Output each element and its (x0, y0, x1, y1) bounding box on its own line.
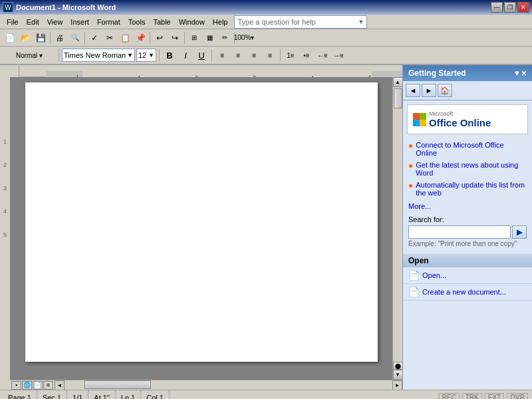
main-area: 1 2 3 4 5 1 2 3 4 (0, 65, 532, 390)
align-right-button[interactable]: ≡ (247, 48, 261, 63)
gs-home-button[interactable]: 🏠 (438, 84, 452, 97)
font-name-dropdown[interactable]: Times New Roman ▼ (62, 49, 135, 62)
menu-help[interactable]: Help (209, 17, 232, 27)
create-doc-icon: 📄 (408, 287, 420, 297)
web-view-button[interactable]: 🌐 (22, 381, 32, 390)
hscroll-left-button[interactable]: ◄ (55, 380, 65, 390)
gs-open-label: Open (408, 256, 429, 265)
gs-more-link[interactable]: More... (403, 200, 532, 213)
paste-button[interactable]: 📌 (133, 31, 148, 45)
bullet-1: ● (408, 141, 413, 150)
align-left-button[interactable]: ≡ (215, 48, 229, 63)
title-bar-controls[interactable]: — ❐ ✕ (491, 2, 529, 13)
bullet-2: ● (408, 161, 413, 170)
separator2 (84, 32, 85, 44)
bold-button[interactable]: B (162, 48, 177, 63)
gs-forward-button[interactable]: ► (422, 84, 436, 97)
document-scroll-area[interactable]: ▲ ⬤ ▼ (10, 77, 402, 380)
spell-button[interactable]: ✓ (87, 31, 102, 45)
open-button[interactable]: 📂 (18, 31, 33, 45)
menu-tools[interactable]: Tools (124, 17, 150, 27)
horizontal-scrollbar[interactable]: ▪ 🌐 📄 ≡ ◄ ► (10, 380, 402, 390)
gs-nav: ◄ ► 🏠 (403, 81, 532, 100)
document-page[interactable] (25, 82, 378, 362)
menu-insert[interactable]: Insert (66, 17, 93, 27)
scroll-thumb[interactable] (394, 88, 402, 108)
scroll-down-button[interactable]: ▼ (393, 370, 403, 380)
bullet-3: ● (408, 181, 413, 190)
scroll-up-button[interactable]: ▲ (393, 77, 403, 87)
gs-link-3-text: Automatically update this list from the … (416, 181, 527, 197)
vertical-scrollbar[interactable]: ▲ ⬤ ▼ (392, 77, 402, 380)
status-page: Page 1 (3, 390, 37, 399)
separator4 (184, 32, 185, 44)
getting-started-panel: Getting Started ▾ × ◄ ► 🏠 Microsoft (402, 65, 532, 390)
word-icon: W (3, 2, 13, 13)
style-dropdown[interactable]: Normal ▾ (3, 48, 56, 63)
office-online-label: Office Online (429, 117, 491, 128)
svg-rect-12 (420, 120, 426, 126)
cut-button[interactable]: ✂ (102, 31, 117, 45)
status-ext: EXT (485, 393, 504, 399)
minimize-button[interactable]: — (491, 2, 503, 13)
numbering-button[interactable]: 1≡ (283, 48, 298, 63)
toolbar1: 📄 📂 💾 🖨 🔍 ✓ ✂ 📋 📌 ↩ ↪ ⊞ ▦ ✏ 100%▾ (0, 29, 532, 47)
prev-page-button[interactable]: ⬤ (393, 362, 403, 370)
gs-open-file-item[interactable]: 📄 Open... (403, 267, 532, 284)
decrease-indent-button[interactable]: ←≡ (315, 48, 330, 63)
gs-minimize-button[interactable]: ▾ (515, 68, 519, 78)
gs-create-doc-item[interactable]: 📄 Create a new document... (403, 284, 532, 301)
gs-search-input[interactable] (408, 225, 511, 239)
increase-indent-button[interactable]: →≡ (331, 48, 346, 63)
new-button[interactable]: 📄 (3, 31, 17, 45)
print-button[interactable]: 🖨 (53, 31, 67, 45)
gs-link-1[interactable]: ● Connect to Microsoft Office Online (408, 141, 527, 157)
gs-link-3[interactable]: ● Automatically update this list from th… (408, 181, 527, 197)
font-size-dropdown[interactable]: 12 ▼ (136, 49, 156, 62)
svg-rect-10 (420, 113, 426, 120)
save-button[interactable]: 💾 (33, 31, 48, 45)
menu-file[interactable]: File (3, 17, 23, 27)
menu-table[interactable]: Table (149, 17, 174, 27)
document-container: 1 2 3 4 5 L ▲ (10, 65, 402, 390)
status-ln: Ln 1 (116, 390, 141, 399)
menu-format[interactable]: Format (93, 17, 124, 27)
redo-button[interactable]: ↪ (168, 31, 182, 45)
restore-button[interactable]: ❐ (504, 2, 516, 13)
copy-button[interactable]: 📋 (118, 31, 132, 45)
table-button[interactable]: ⊞ (187, 31, 201, 45)
status-col: Col 1 (141, 390, 170, 399)
gs-close-button[interactable]: × (521, 68, 527, 78)
hscroll-thumb[interactable] (84, 380, 151, 389)
hscroll-track (65, 380, 392, 390)
undo-button[interactable]: ↩ (152, 31, 167, 45)
svg-rect-11 (413, 120, 420, 126)
print-preview-button[interactable]: 🔍 (68, 31, 82, 45)
drawing-button[interactable]: ✏ (217, 31, 232, 45)
status-ovr: OVR (507, 393, 528, 399)
gs-link-2[interactable]: ● Get the latest news about using Word (408, 161, 527, 177)
align-center-button[interactable]: ≡ (231, 48, 245, 63)
left-margin-ruler: 1 2 3 4 5 (0, 65, 10, 390)
zoom-dropdown[interactable]: 100%▾ (237, 31, 251, 45)
italic-button[interactable]: I (178, 48, 193, 63)
menu-window[interactable]: Window (175, 17, 209, 27)
outline-view-button[interactable]: ≡ (43, 381, 53, 390)
window-title: Document1 - Microsoft Word (16, 3, 116, 11)
gs-header: Getting Started ▾ × (403, 65, 532, 81)
underline-button[interactable]: U (194, 48, 209, 63)
print-view-button[interactable]: 📄 (33, 381, 43, 390)
help-search-box[interactable]: Type a question for help ▼ (234, 15, 367, 29)
gs-search-button[interactable]: ▶ (512, 225, 527, 239)
justify-button[interactable]: ≡ (263, 48, 277, 63)
menu-edit[interactable]: Edit (23, 17, 43, 27)
close-button[interactable]: ✕ (517, 2, 529, 13)
menu-view[interactable]: View (43, 17, 67, 27)
normal-view-button[interactable]: ▪ (11, 381, 21, 390)
status-page-of: 1/1 (67, 390, 88, 399)
columns-button[interactable]: ▦ (202, 31, 217, 45)
bullets-button[interactable]: •≡ (299, 48, 314, 63)
ruler: 1 2 3 4 5 L (10, 65, 402, 77)
hscroll-right-button[interactable]: ► (392, 380, 402, 390)
gs-back-button[interactable]: ◄ (406, 84, 420, 97)
